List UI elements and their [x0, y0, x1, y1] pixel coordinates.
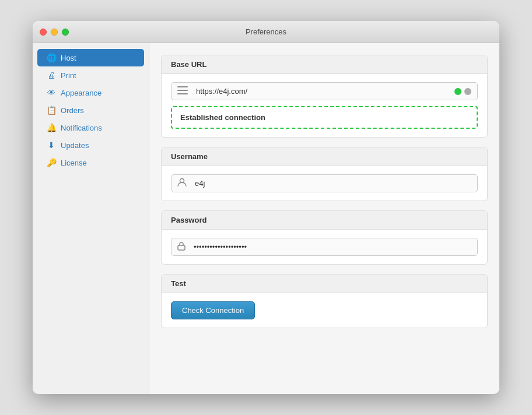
sidebar-item-license[interactable]: 🔑 License: [37, 154, 144, 171]
maximize-button[interactable]: [62, 29, 69, 36]
content-area: 🌐 Host 🖨 Print 👁 Appearance 📋 Orders 🔔 N…: [33, 43, 499, 394]
username-input[interactable]: [192, 175, 477, 192]
svg-rect-0: [177, 86, 188, 87]
green-dot: [454, 88, 461, 95]
connection-status-box: Established connection: [171, 106, 478, 129]
check-connection-button[interactable]: Check Connection: [171, 301, 255, 319]
window-title: Preferences: [246, 27, 286, 36]
titlebar: Preferences: [33, 21, 499, 43]
password-body: [162, 230, 487, 264]
baseurl-body: Established connection: [162, 74, 487, 137]
connection-dots: [454, 88, 477, 95]
password-input-row: [171, 238, 478, 256]
svg-rect-1: [177, 90, 188, 91]
url-input[interactable]: [194, 83, 454, 100]
minimize-button[interactable]: [51, 29, 58, 36]
close-button[interactable]: [40, 29, 47, 36]
sidebar-label-license: License: [61, 159, 87, 167]
main-content: Base URL: [149, 43, 499, 394]
lock-icon: [172, 241, 191, 252]
username-section: Username: [161, 147, 488, 201]
svg-rect-2: [177, 93, 188, 94]
password-section: Password: [161, 210, 488, 265]
baseurl-header: Base URL: [162, 55, 487, 74]
user-icon: [172, 178, 192, 189]
test-body: Check Connection: [162, 293, 487, 328]
print-icon: 🖨: [47, 71, 56, 80]
username-header: Username: [162, 147, 487, 166]
connection-status-text: Established connection: [180, 113, 265, 122]
password-header: Password: [162, 211, 487, 230]
updates-icon: ⬇: [47, 140, 56, 150]
host-icon: 🌐: [47, 53, 56, 62]
test-section: Test Check Connection: [161, 274, 488, 328]
sidebar-item-notifications[interactable]: 🔔 Notifications: [37, 119, 144, 136]
grid-icon: [172, 86, 194, 96]
license-icon: 🔑: [47, 158, 56, 167]
appearance-icon: 👁: [47, 88, 56, 97]
sidebar-label-appearance: Appearance: [61, 89, 102, 97]
sidebar-label-updates: Updates: [61, 141, 89, 150]
sidebar-item-updates[interactable]: ⬇ Updates: [37, 136, 144, 154]
username-input-row: [171, 174, 478, 192]
traffic-lights: [40, 29, 69, 36]
sidebar-item-print[interactable]: 🖨 Print: [37, 66, 144, 84]
sidebar: 🌐 Host 🖨 Print 👁 Appearance 📋 Orders 🔔 N…: [33, 43, 149, 394]
url-input-row: [171, 82, 478, 100]
password-input[interactable]: [191, 238, 477, 255]
orders-icon: 📋: [47, 105, 56, 115]
baseurl-section: Base URL: [161, 55, 488, 138]
sidebar-label-print: Print: [61, 71, 76, 80]
notifications-icon: 🔔: [47, 123, 56, 132]
sidebar-label-notifications: Notifications: [61, 124, 102, 132]
sidebar-item-orders[interactable]: 📋 Orders: [37, 101, 144, 119]
sidebar-item-appearance[interactable]: 👁 Appearance: [37, 84, 144, 101]
svg-rect-4: [178, 245, 185, 250]
test-header: Test: [162, 275, 487, 293]
sidebar-item-host[interactable]: 🌐 Host: [37, 49, 144, 66]
sidebar-label-host: Host: [61, 54, 76, 62]
sidebar-label-orders: Orders: [61, 106, 84, 115]
preferences-window: Preferences 🌐 Host 🖨 Print 👁 Appearance …: [33, 21, 499, 394]
username-body: [162, 166, 487, 201]
gray-dot: [464, 88, 471, 95]
